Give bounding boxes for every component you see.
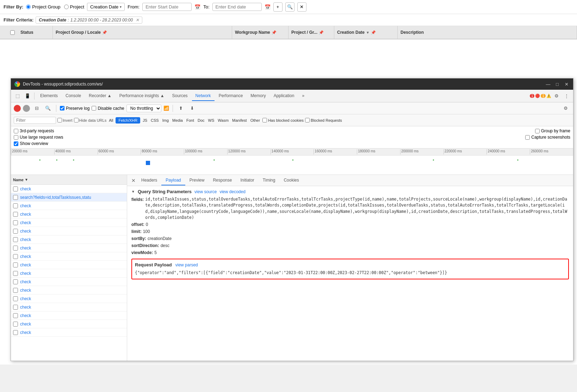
group-by-frame-checkbox[interactable] [535, 129, 540, 133]
filter-other[interactable]: Other [249, 118, 261, 123]
view-source-link[interactable]: view source [194, 189, 217, 194]
has-blocked-cookies-label[interactable]: Has blocked cookies [262, 118, 304, 122]
req-checkbox[interactable] [13, 186, 18, 191]
blocked-requests-label[interactable]: Blocked Requests [305, 118, 342, 122]
list-item[interactable]: check [11, 185, 127, 193]
blocked-requests-checkbox[interactable] [305, 118, 310, 122]
third-party-checkbox[interactable] [14, 129, 18, 133]
tab-response[interactable]: Response [209, 176, 236, 185]
list-item[interactable]: check [11, 202, 127, 210]
filter-fetch-xhr[interactable]: Fetch/XHR [116, 117, 140, 124]
invert-checkbox[interactable] [57, 118, 62, 122]
show-overview-checkbox[interactable] [14, 141, 18, 146]
list-item[interactable]: check [11, 295, 127, 303]
hide-data-urls-checkbox[interactable] [74, 118, 79, 122]
more-options-button[interactable]: ⋮ [562, 91, 571, 101]
third-party-label[interactable]: 3rd-party requests [14, 128, 54, 133]
tab-memory[interactable]: Memory [247, 91, 269, 101]
clear-button[interactable] [23, 105, 30, 112]
preserve-log-checkbox[interactable] [60, 106, 64, 110]
list-item[interactable]: check [11, 311, 127, 320]
settings-button[interactable]: ⚙ [552, 91, 561, 101]
start-date-input[interactable] [142, 3, 192, 11]
network-settings-button[interactable]: ⚙ [561, 104, 570, 113]
tab-recorder[interactable]: Recorder ▲ [85, 91, 115, 101]
tab-application[interactable]: Application [270, 91, 298, 101]
calendar-icon-end[interactable]: 📅 [265, 4, 271, 10]
view-decoded-link[interactable]: view decoded [219, 189, 245, 194]
has-blocked-cookies-checkbox[interactable] [262, 118, 267, 122]
clear-filter-button[interactable]: ✕ [297, 2, 306, 12]
export-button[interactable]: ⬇ [188, 104, 197, 113]
filter-ws[interactable]: WS [207, 118, 216, 123]
import-button[interactable]: ⬆ [176, 104, 186, 113]
add-filter-button[interactable]: + [273, 2, 283, 12]
large-rows-checkbox[interactable] [14, 135, 18, 140]
search-button[interactable]: 🔍 [43, 104, 52, 113]
device-toggle-button[interactable]: 📱 [23, 91, 32, 101]
filter-manifest[interactable]: Manifest [231, 118, 248, 123]
network-filter-input[interactable] [14, 117, 56, 124]
list-item[interactable]: check [11, 235, 127, 244]
filter-font[interactable]: Font [185, 118, 195, 123]
close-detail-button[interactable]: ✕ [130, 177, 137, 184]
list-item[interactable]: check [11, 303, 127, 311]
filter-img[interactable]: Img [161, 118, 170, 123]
creation-date-dropdown[interactable]: Creation Date ▾ [87, 3, 125, 11]
disable-cache-label[interactable]: Disable cache [92, 106, 124, 111]
minimize-button[interactable]: — [545, 81, 551, 87]
list-item[interactable]: check [11, 328, 127, 337]
tab-preview[interactable]: Preview [185, 176, 209, 185]
tab-console[interactable]: Console [62, 91, 85, 101]
large-rows-label[interactable]: Use large request rows [14, 135, 63, 140]
list-item[interactable]: check [11, 261, 127, 269]
list-item[interactable]: check [11, 269, 127, 278]
end-date-input[interactable] [212, 3, 262, 11]
list-item[interactable]: check [11, 244, 127, 252]
group-by-frame-label[interactable]: Group by frame [535, 128, 570, 133]
hide-data-urls-label[interactable]: Hide data URLs [74, 118, 107, 122]
tab-network[interactable]: Network [192, 91, 215, 101]
sort-icon-name[interactable]: ▼ [25, 178, 28, 182]
record-button[interactable] [14, 105, 21, 112]
invert-filter-label[interactable]: Invert [57, 118, 73, 122]
preserve-log-label[interactable]: Preserve log [60, 106, 89, 111]
criteria-remove-button[interactable]: ✕ [136, 18, 139, 23]
list-item[interactable]: check [11, 219, 127, 227]
tab-sources[interactable]: Sources [169, 91, 191, 101]
req-checkbox[interactable] [13, 195, 18, 200]
list-item[interactable]: check [11, 227, 127, 235]
show-overview-label[interactable]: Show overview [14, 141, 48, 146]
list-item[interactable]: check [11, 278, 127, 286]
th-checkbox[interactable] [7, 30, 18, 35]
project-radio[interactable]: Project [64, 4, 84, 10]
tab-timing[interactable]: Timing [259, 176, 280, 185]
throttle-select[interactable]: No throttling Fast 3G Slow 3G [126, 105, 161, 112]
capture-screenshots-checkbox[interactable] [525, 135, 530, 140]
close-button[interactable]: ✕ [563, 81, 570, 87]
filter-media[interactable]: Media [171, 118, 184, 123]
project-group-radio[interactable]: Project Group [26, 4, 60, 10]
disable-cache-checkbox[interactable] [92, 106, 96, 110]
filter-wasm[interactable]: Wasm [217, 118, 230, 123]
tab-cookies[interactable]: Cookies [279, 176, 303, 185]
search-filter-button[interactable]: 🔍 [285, 2, 294, 12]
view-parsed-link[interactable]: view parsed [175, 263, 198, 267]
filter-toggle-button[interactable]: ⊟ [32, 104, 41, 113]
tab-initiator[interactable]: Initiator [236, 176, 258, 185]
maximize-button[interactable]: □ [554, 81, 560, 87]
tab-performance[interactable]: Performance [215, 91, 247, 101]
calendar-icon-start[interactable]: 📅 [194, 4, 200, 10]
capture-screenshots-label[interactable]: Capture screenshots [525, 135, 570, 140]
inspect-element-button[interactable]: ⬚ [13, 91, 22, 101]
filter-doc[interactable]: Doc [197, 118, 206, 123]
tab-elements[interactable]: Elements [37, 91, 61, 101]
tab-payload[interactable]: Payload [161, 176, 185, 185]
list-item[interactable]: check [11, 320, 127, 328]
filter-css[interactable]: CSS [150, 118, 160, 123]
tab-headers[interactable]: Headers [137, 176, 161, 185]
list-item[interactable]: check [11, 252, 127, 261]
list-item[interactable]: check [11, 286, 127, 295]
filter-all[interactable]: All [108, 118, 114, 123]
list-item[interactable]: check [11, 210, 127, 219]
